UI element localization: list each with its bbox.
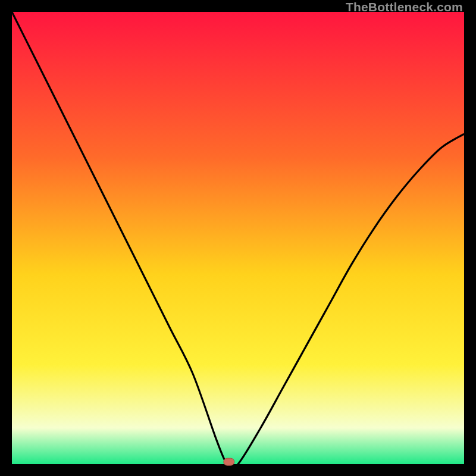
chart-frame: TheBottleneck.com	[0, 0, 476, 476]
watermark-text: TheBottleneck.com	[346, 0, 463, 14]
optimum-marker	[224, 458, 234, 465]
bottleneck-curve-svg	[12, 12, 464, 464]
bottleneck-curve	[12, 12, 464, 467]
